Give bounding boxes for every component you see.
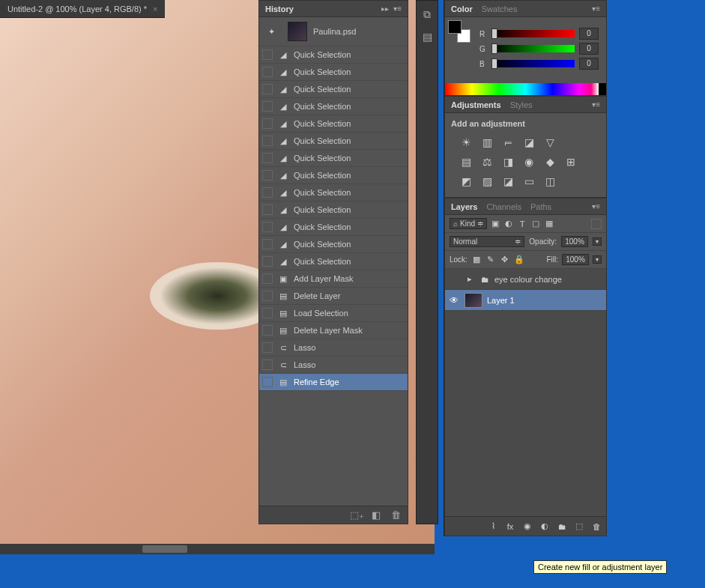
history-checkbox[interactable] — [262, 170, 273, 181]
history-checkbox[interactable] — [262, 239, 273, 249]
foreground-background-swatch[interactable] — [448, 20, 470, 43]
history-checkbox[interactable] — [262, 118, 273, 129]
dock-icon-2[interactable]: ▤ — [418, 28, 436, 46]
lock-all-icon[interactable]: 🔒 — [514, 255, 524, 265]
history-item[interactable]: ▤ Delete Layer Mask — [259, 322, 408, 339]
channels-tab[interactable]: Channels — [486, 202, 521, 211]
history-item[interactable]: ◢ Quick Selection — [259, 150, 408, 167]
history-checkbox[interactable] — [262, 84, 273, 94]
history-checkbox[interactable] — [262, 136, 273, 146]
styles-tab[interactable]: Styles — [510, 100, 533, 109]
green-value[interactable]: 0 — [579, 43, 599, 55]
layer-mask-icon[interactable]: ◉ — [522, 521, 533, 532]
history-item[interactable]: ◢ Quick Selection — [259, 167, 408, 184]
fill-stepper[interactable]: ▾ — [593, 255, 602, 264]
history-checkbox[interactable] — [262, 222, 273, 232]
layer-name[interactable]: eye colour change — [494, 275, 562, 284]
history-checkbox[interactable] — [262, 308, 273, 318]
history-item[interactable]: ⊂ Lasso — [259, 339, 408, 357]
blend-mode-select[interactable]: Normal ≑ — [450, 236, 524, 247]
panel-menu-icon[interactable]: ▾≡ — [592, 100, 600, 109]
close-icon[interactable]: × — [153, 4, 157, 13]
expand-icon[interactable]: ▸ — [465, 274, 475, 285]
threshold-icon[interactable]: ◪ — [500, 175, 515, 188]
red-slider[interactable] — [491, 30, 575, 37]
lookup-icon[interactable]: ⊞ — [563, 155, 578, 169]
layers-tab[interactable]: Layers — [451, 202, 477, 211]
layer-row[interactable]: 👁 Layer 1 — [445, 290, 606, 311]
history-tab[interactable]: History — [265, 4, 294, 13]
foreground-color[interactable] — [448, 20, 462, 34]
adjustment-layer-icon[interactable]: ◐ — [539, 521, 550, 532]
panel-menu-icon[interactable]: ▾≡ — [393, 4, 402, 13]
history-checkbox[interactable] — [262, 204, 273, 215]
collapse-icon[interactable]: ▸▸ — [381, 4, 389, 13]
history-source-row[interactable]: ✦ Paulina.psd — [259, 17, 408, 46]
red-value[interactable]: 0 — [579, 28, 599, 40]
channel-mixer-icon[interactable]: ◆ — [542, 155, 557, 169]
layer-name[interactable]: Layer 1 — [487, 296, 515, 305]
adjustments-tab[interactable]: Adjustments — [451, 100, 501, 109]
history-checkbox[interactable] — [262, 49, 273, 60]
green-slider[interactable] — [491, 45, 575, 52]
levels-icon[interactable]: ▥ — [479, 136, 494, 149]
filter-pixel-icon[interactable]: ▣ — [490, 219, 500, 229]
filter-type-icon[interactable]: T — [517, 219, 527, 229]
opacity-stepper[interactable]: ▾ — [593, 237, 602, 246]
hue-icon[interactable]: ▤ — [459, 155, 473, 169]
history-item[interactable]: ◢ Quick Selection — [259, 236, 408, 253]
filter-toggle[interactable] — [591, 219, 602, 229]
history-checkbox[interactable] — [262, 187, 273, 198]
history-item[interactable]: ▤ Refine Edge — [259, 374, 408, 391]
balance-icon[interactable]: ⚖ — [479, 155, 494, 169]
gradient-map-icon[interactable]: ▭ — [521, 175, 536, 188]
layer-row[interactable]: ▸🖿 eye colour change — [445, 269, 606, 290]
swatches-tab[interactable]: Swatches — [482, 4, 518, 13]
history-item[interactable]: ◢ Quick Selection — [259, 253, 408, 270]
fill-input[interactable]: 100% — [562, 254, 589, 265]
history-item[interactable]: ▤ Load Selection — [259, 305, 408, 322]
history-checkbox[interactable] — [262, 360, 273, 370]
trash-icon[interactable]: 🗑 — [390, 509, 402, 521]
dock-icon-1[interactable]: ⧉ — [418, 5, 436, 23]
curves-icon[interactable]: ⫭ — [500, 136, 515, 149]
new-layer-icon[interactable]: ⬚ — [574, 521, 584, 532]
history-checkbox[interactable] — [262, 325, 273, 336]
posterize-icon[interactable]: ▨ — [479, 175, 494, 188]
color-tab[interactable]: Color — [451, 4, 473, 13]
filter-kind-select[interactable]: ⌕ Kind ≑ — [450, 218, 487, 229]
slider-thumb[interactable] — [491, 28, 497, 39]
invert-icon[interactable]: ◩ — [459, 175, 473, 188]
lock-paint-icon[interactable]: ✎ — [485, 255, 496, 265]
paths-tab[interactable]: Paths — [530, 202, 551, 211]
panel-menu-icon[interactable]: ▾≡ — [592, 202, 600, 210]
trash-icon[interactable]: 🗑 — [591, 521, 602, 532]
layer-fx-icon[interactable]: fx — [505, 521, 515, 532]
history-item[interactable]: ▣ Add Layer Mask — [259, 270, 408, 288]
lock-position-icon[interactable]: ✥ — [500, 255, 510, 265]
history-item[interactable]: ⊂ Lasso — [259, 357, 408, 374]
slider-thumb[interactable] — [491, 58, 497, 69]
create-document-icon[interactable]: ⬚₊ — [351, 509, 363, 521]
history-checkbox[interactable] — [262, 256, 273, 267]
history-checkbox[interactable] — [262, 273, 273, 284]
history-item[interactable]: ◢ Quick Selection — [259, 115, 408, 133]
history-item[interactable]: ◢ Quick Selection — [259, 46, 408, 64]
filter-shape-icon[interactable]: ▢ — [530, 219, 541, 229]
visibility-icon[interactable]: 👁 — [448, 295, 460, 306]
opacity-input[interactable]: 100% — [561, 236, 588, 247]
history-checkbox[interactable] — [262, 101, 273, 112]
lock-transparency-icon[interactable]: ▩ — [471, 255, 482, 265]
history-item[interactable]: ◢ Quick Selection — [259, 184, 408, 201]
photo-filter-icon[interactable]: ◉ — [521, 155, 536, 169]
history-item[interactable]: ◢ Quick Selection — [259, 81, 408, 98]
scrollbar-thumb[interactable] — [142, 545, 187, 553]
blue-slider[interactable] — [491, 60, 575, 67]
blue-value[interactable]: 0 — [579, 58, 599, 70]
horizontal-scrollbar[interactable] — [0, 544, 435, 554]
history-item[interactable]: ◢ Quick Selection — [259, 98, 408, 115]
panel-menu-icon[interactable]: ▾≡ — [592, 4, 600, 13]
vibrance-icon[interactable]: ▽ — [542, 136, 557, 149]
link-layers-icon[interactable]: ⌇ — [488, 521, 498, 532]
group-icon[interactable]: 🖿 — [557, 521, 567, 532]
